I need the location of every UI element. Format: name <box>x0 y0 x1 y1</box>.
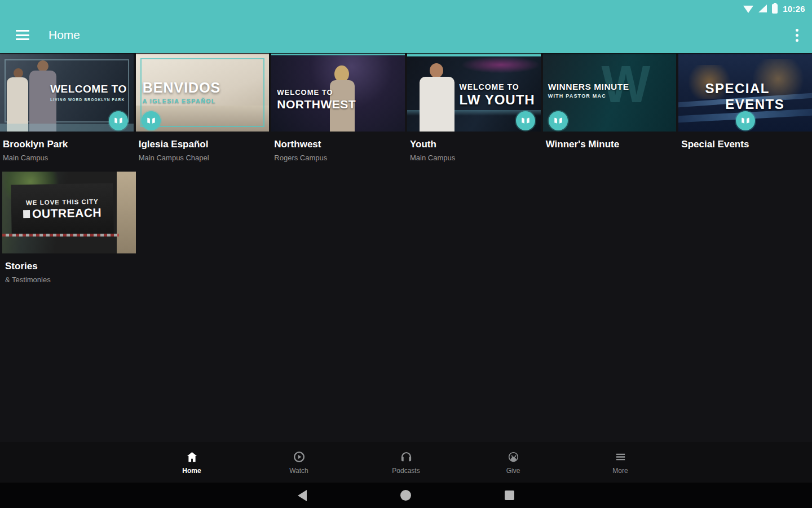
notes-badge <box>736 111 755 130</box>
card-subtitle <box>546 154 677 162</box>
thumb-overlay-title: WE LOVE THIS CITY <box>26 198 99 205</box>
open-book-icon <box>520 116 531 126</box>
card-title: Iglesia Español <box>139 139 270 150</box>
card-northwest[interactable]: WELCOME TO NORTHWEST Northwest Rogers Ca… <box>271 54 405 162</box>
notes-badge <box>516 111 535 130</box>
status-bar: 10:26 <box>0 0 812 17</box>
tab-give[interactable]: Give <box>460 442 567 483</box>
tab-label: Home <box>182 467 201 475</box>
notes-badge <box>109 111 128 130</box>
page-title: Home <box>48 28 80 42</box>
tab-label: Podcasts <box>392 467 420 475</box>
thumb-overlay-subtitle: A IGLESIA ESPAÑOL <box>143 98 221 104</box>
card-thumbnail: WELCOME TO LIVING WORD BROOKLYN PARK <box>0 54 134 132</box>
bottom-tab-bar: Home Watch Podcasts Give More <box>0 442 812 483</box>
open-book-icon <box>146 116 156 126</box>
thumb-overlay-subtitle: EVENTS <box>698 97 812 112</box>
thumb-overlay-subtitle: LIVING WORD BROOKLYN PARK <box>50 98 127 102</box>
thumb-overlay-title: WINNERS MINUTE <box>548 82 629 92</box>
card-title: Stories <box>5 261 136 272</box>
card-thumbnail: BENVIDOS A IGLESIA ESPAÑOL <box>136 54 270 132</box>
tab-home[interactable]: Home <box>138 442 245 483</box>
back-button[interactable] <box>298 490 307 501</box>
thumb-overlay-title: WELCOME TO <box>459 82 535 91</box>
card-thumbnail: WE LOVE THIS CITY OUTREACH <box>2 172 136 253</box>
notes-badge <box>142 111 161 130</box>
card-subtitle: Rogers Campus <box>274 154 405 162</box>
campus-card-row: WELCOME TO LIVING WORD BROOKLYN PARK Bro… <box>0 54 812 162</box>
thumb-overlay-subtitle: WITH PASTOR MAC <box>548 93 629 99</box>
notes-badge <box>549 111 568 130</box>
card-youth[interactable]: WELCOME TO LW YOUTH Youth Main Campus <box>407 54 541 162</box>
home-content: WELCOME TO LIVING WORD BROOKLYN PARK Bro… <box>0 54 812 284</box>
card-stories[interactable]: WE LOVE THIS CITY OUTREACH Stories & Tes… <box>2 172 136 284</box>
card-subtitle <box>681 154 812 162</box>
thumb-overlay-subtitle: NORTHWEST <box>277 98 356 111</box>
menu-icon[interactable] <box>16 28 29 43</box>
recents-button[interactable] <box>505 491 514 500</box>
status-time: 10:26 <box>783 4 805 14</box>
tab-podcasts[interactable]: Podcasts <box>352 442 460 483</box>
open-book-icon <box>113 116 123 126</box>
home-icon <box>186 450 198 463</box>
card-thumbnail: SPECIAL EVENTS <box>678 54 812 132</box>
card-thumbnail: WELCOME TO LW YOUTH <box>407 54 541 132</box>
battery-icon <box>772 4 778 14</box>
thumb-overlay-subtitle: LW YOUTH <box>459 92 535 108</box>
android-navigation-bar <box>0 483 812 508</box>
card-title: Brooklyn Park <box>3 139 134 150</box>
card-title: Northwest <box>274 139 405 150</box>
tab-label: More <box>612 467 628 475</box>
card-subtitle: Main Campus <box>3 154 134 162</box>
more-icon <box>614 450 627 463</box>
card-thumbnail: W WINNERS MINUTE WITH PASTOR MAC <box>543 54 677 132</box>
card-title: Youth <box>410 139 541 150</box>
thumb-overlay-title: SPECIAL <box>678 81 796 97</box>
home-button[interactable] <box>400 490 411 501</box>
wifi-icon <box>743 6 753 13</box>
open-book-icon <box>740 116 751 126</box>
card-iglesia-espanol[interactable]: BENVIDOS A IGLESIA ESPAÑOL Iglesia Españ… <box>136 54 270 162</box>
card-winners-minute[interactable]: W WINNERS MINUTE WITH PASTOR MAC Winner'… <box>543 54 677 162</box>
outreach-truck: WE LOVE THIS CITY OUTREACH <box>11 183 114 235</box>
card-title: Special Events <box>681 139 812 150</box>
card-thumbnail: WELCOME TO NORTHWEST <box>271 54 405 132</box>
thumb-overlay-title: WELCOME TO <box>50 83 127 95</box>
open-book-icon <box>553 116 563 126</box>
card-subtitle: Main Campus <box>410 154 541 162</box>
cellular-signal-icon <box>758 5 767 12</box>
tab-watch[interactable]: Watch <box>245 442 352 483</box>
card-special-events[interactable]: SPECIAL EVENTS Special Events <box>678 54 812 162</box>
app-bar: Home <box>0 17 812 53</box>
watch-icon <box>293 450 306 463</box>
podcasts-icon <box>400 450 413 463</box>
card-title: Winner's Minute <box>546 139 677 150</box>
tab-label: Give <box>506 467 520 475</box>
card-subtitle: & Testimonies <box>5 275 136 284</box>
thumb-overlay-title: WELCOME TO <box>277 88 356 97</box>
card-brooklyn-park[interactable]: WELCOME TO LIVING WORD BROOKLYN PARK Bro… <box>0 54 134 162</box>
thumb-overlay-title: BENVIDOS <box>143 80 221 96</box>
thumb-overlay-subtitle: OUTREACH <box>23 205 102 220</box>
tab-more[interactable]: More <box>567 442 674 483</box>
card-subtitle: Main Campus Chapel <box>139 154 270 162</box>
app-screen: 10:26 Home WELCOME TO <box>0 0 812 508</box>
give-icon <box>507 450 520 463</box>
tab-label: Watch <box>289 467 308 475</box>
overflow-menu-icon[interactable] <box>796 29 798 42</box>
